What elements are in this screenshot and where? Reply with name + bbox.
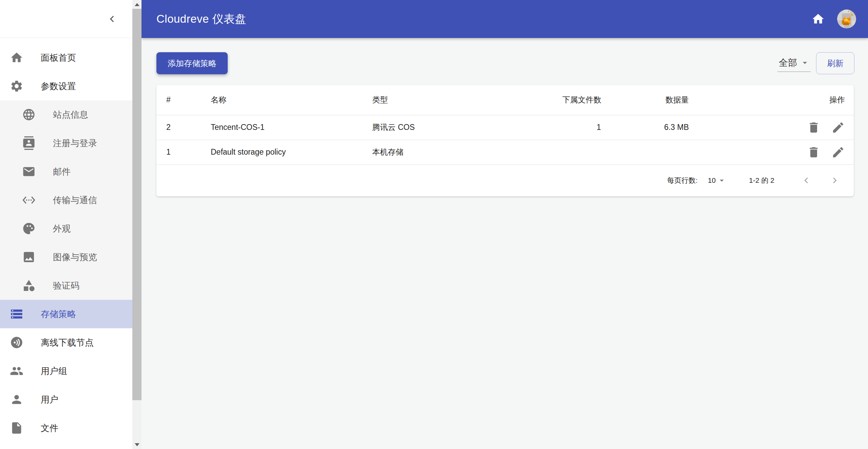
rows-per-page-value: 10 [708, 176, 716, 184]
table-header-row: #名称类型下属文件数数据量操作 [156, 85, 854, 115]
main-content: 添加存储策略 全部 刷新 #名称类型下属文件数数据量操作 2 [141, 38, 868, 449]
storage-policy-table: #名称类型下属文件数数据量操作 2 Tencent-COS-1 腾讯云 COS … [156, 85, 854, 165]
edit-icon [831, 121, 845, 134]
delete-policy-button[interactable] [807, 145, 820, 159]
column-header-1: 名称 [211, 85, 372, 115]
rows-per-page-select[interactable]: 10 [708, 176, 727, 185]
pagination: 每页行数: 10 1-2 的 2 [156, 165, 854, 196]
sidebar: 面板首页 参数设置 站点信息 注册与登录 邮件 传输与通信 外观 图像与预览 验… [0, 0, 132, 449]
sidebar-item-8[interactable]: 验证码 [0, 271, 132, 300]
avatar-image [837, 9, 856, 28]
sidebar-item-label: 邮件 [53, 166, 71, 178]
rows-per-page-label: 每页行数: [667, 176, 698, 185]
cell-type: 腾讯云 COS [372, 115, 562, 140]
chevron-down-icon [717, 176, 727, 185]
sidebar-item-12[interactable]: 用户 [0, 385, 132, 414]
sidebar-item-1[interactable]: 参数设置 [0, 72, 132, 100]
sidebar-item-9[interactable]: 存储策略 [0, 300, 132, 328]
sidebar-item-4[interactable]: 邮件 [0, 157, 132, 186]
cell-actions [696, 140, 854, 164]
delete-icon [807, 145, 820, 159]
edit-policy-button[interactable] [831, 121, 845, 134]
column-header-5: 操作 [696, 85, 854, 115]
home-icon [811, 12, 825, 26]
delete-icon [807, 121, 820, 134]
chevron-left-icon [800, 175, 812, 186]
storage-policy-card: #名称类型下属文件数数据量操作 2 Tencent-COS-1 腾讯云 COS … [156, 85, 854, 196]
collapse-sidebar-button[interactable] [101, 8, 123, 30]
sidebar-item-label: 注册与登录 [53, 137, 97, 149]
file-icon [10, 421, 23, 435]
sidebar-item-7[interactable]: 图像与预览 [0, 243, 132, 271]
sidebar-item-10[interactable]: 离线下载节点 [0, 328, 132, 357]
avatar[interactable] [837, 9, 856, 28]
sidebar-item-3[interactable]: 注册与登录 [0, 129, 132, 157]
app-bar-actions [807, 8, 868, 30]
sidebar-item-label: 图像与预览 [53, 251, 97, 263]
cell-num: 2 [156, 115, 211, 140]
sidebar-item-label: 存储策略 [41, 308, 76, 320]
cell-num: 1 [156, 140, 211, 164]
globe-icon [22, 108, 36, 121]
chevron-right-icon [829, 175, 841, 186]
filter-select-value: 全部 [779, 57, 797, 69]
toolbar-right: 全部 刷新 [777, 52, 854, 74]
add-storage-policy-button[interactable]: 添加存储策略 [156, 52, 228, 74]
previous-page-button[interactable] [797, 171, 816, 190]
cell-name: Default storage policy [211, 140, 372, 164]
column-header-2: 类型 [372, 85, 562, 115]
gear-icon [10, 79, 23, 93]
sidebar-item-13[interactable]: 文件 [0, 414, 132, 442]
cell-size: 6.3 MB [608, 115, 696, 140]
column-header-4: 数据量 [608, 85, 696, 115]
storage-icon [10, 307, 23, 321]
column-header-3: 下属文件数 [562, 85, 608, 115]
app-bar: Cloudreve 仪表盘 [141, 0, 868, 38]
next-page-button[interactable] [825, 171, 844, 190]
scrollbar-up-arrow[interactable] [132, 0, 141, 9]
scrollbar-down-arrow[interactable] [132, 440, 141, 449]
scrollbar-thumb[interactable] [132, 9, 141, 400]
sidebar-item-label: 文件 [41, 422, 58, 434]
user-group-icon [10, 364, 23, 378]
edit-policy-button[interactable] [831, 145, 845, 159]
sidebar-header [0, 0, 132, 38]
sidebar-item-6[interactable]: 外观 [0, 214, 132, 243]
page-title: Cloudreve 仪表盘 [156, 12, 246, 27]
sidebar-item-label: 用户 [41, 394, 58, 406]
cell-files [562, 140, 608, 164]
cell-size [608, 140, 696, 164]
delete-policy-button[interactable] [807, 121, 820, 134]
image-icon [22, 250, 36, 264]
filter-select[interactable]: 全部 [777, 55, 811, 72]
table-row: 2 Tencent-COS-1 腾讯云 COS 1 6.3 MB [156, 115, 854, 140]
captcha-shapes-icon [22, 279, 36, 292]
column-header-0: # [156, 85, 211, 115]
contact-card-icon [22, 136, 36, 150]
pagination-range: 1-2 的 2 [749, 176, 774, 185]
sidebar-item-label: 验证码 [53, 280, 79, 292]
sidebar-item-label: 外观 [53, 223, 71, 235]
sidebar-item-2[interactable]: 站点信息 [0, 100, 132, 129]
sidebar-item-0[interactable]: 面板首页 [0, 43, 132, 72]
sidebar-item-label: 用户组 [41, 365, 67, 377]
sidebar-scrollbar[interactable] [132, 0, 141, 449]
cell-type: 本机存储 [372, 140, 562, 164]
sidebar-item-11[interactable]: 用户组 [0, 357, 132, 385]
sidebar-item-label: 传输与通信 [53, 194, 97, 206]
palette-icon [22, 222, 36, 235]
sidebar-item-label: 面板首页 [41, 52, 76, 64]
ethernet-icon [22, 193, 36, 207]
sidebar-nav: 面板首页 参数设置 站点信息 注册与登录 邮件 传输与通信 外观 图像与预览 验… [0, 38, 132, 442]
sidebar-item-label: 站点信息 [53, 109, 88, 121]
table-row: 1 Default storage policy 本机存储 [156, 140, 854, 164]
home-icon [10, 51, 23, 64]
edit-icon [831, 145, 845, 159]
refresh-button[interactable]: 刷新 [816, 52, 854, 74]
download-node-icon [10, 336, 23, 349]
home-button[interactable] [807, 8, 829, 30]
sidebar-item-5[interactable]: 传输与通信 [0, 186, 132, 214]
sidebar-item-label: 离线下载节点 [41, 337, 94, 349]
chevron-left-icon [106, 13, 118, 25]
cell-name: Tencent-COS-1 [211, 115, 372, 140]
